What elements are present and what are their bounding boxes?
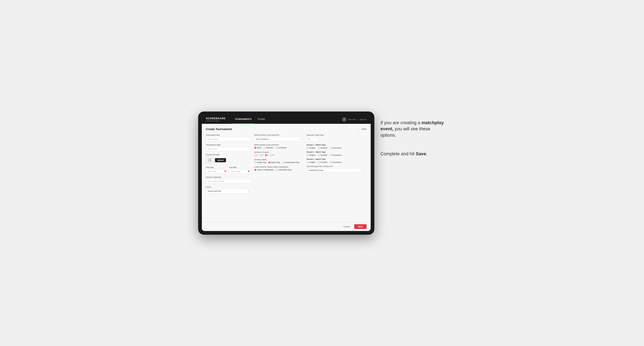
scoring-stroke-label: Stroke Play	[257, 162, 266, 164]
rounds-3-radio[interactable]	[265, 154, 267, 156]
form-col-right: Maximum Team Size Round 1 - Match Type S…	[307, 134, 366, 196]
gender-mens-radio[interactable]	[254, 147, 256, 149]
dates-group: Start date 📅 End date	[206, 166, 251, 174]
logo-preview: 🖼	[206, 157, 213, 164]
end-date-wrapper: 📅	[229, 169, 251, 174]
venue-select[interactable]: Search golf club	[206, 189, 251, 193]
event-type-individuals-radio[interactable]	[276, 169, 278, 171]
round3-fourball[interactable]: Fourball	[318, 161, 327, 163]
round3-singles[interactable]: Singles	[307, 161, 316, 163]
round1-foursomes-radio[interactable]	[330, 147, 332, 149]
tournament-host-input[interactable]	[206, 137, 251, 141]
round3-match-type-label: Round 3 - Match Type	[307, 158, 366, 160]
third-party-api-label: Use third-party live scoring API?	[307, 165, 366, 167]
event-type-teams[interactable]: Teams (+Individuals)	[254, 169, 274, 171]
gender-mens[interactable]: Mens	[254, 147, 262, 149]
gender-mens-label: Mens	[257, 147, 262, 149]
round3-singles-radio[interactable]	[307, 161, 309, 163]
gender-womens[interactable]: Womens	[264, 147, 273, 149]
round1-foursomes-label: Foursomes	[332, 147, 342, 149]
nav-user-text: Test User	[348, 119, 356, 121]
rounds-label: Number of rounds	[254, 151, 304, 153]
tab-teams[interactable]: TEAMS	[254, 115, 268, 124]
round3-fourball-radio[interactable]	[318, 161, 320, 163]
round1-singles[interactable]: Singles	[307, 147, 316, 149]
end-date-input[interactable]	[229, 169, 251, 174]
date-row: Start date 📅 End date	[206, 166, 251, 174]
rounds-3[interactable]: 3	[265, 154, 268, 156]
tournament-logo-group: Tournament logo 🖼 Upload	[206, 154, 251, 164]
round3-singles-label: Singles	[310, 161, 316, 163]
round2-foursomes[interactable]: Foursomes	[330, 154, 342, 156]
rounds-2-radio[interactable]	[260, 154, 262, 156]
scoring-radio-group: Stroke Play Match Play Medal Match Play	[254, 162, 304, 164]
scoring-match-label: Match Play	[271, 162, 280, 164]
round2-fourball-radio[interactable]	[318, 154, 320, 156]
user-avatar: T	[342, 117, 346, 122]
gender-label: Which gender is the event for?	[254, 144, 304, 146]
event-type-teams-radio[interactable]	[254, 169, 256, 171]
rounds-4[interactable]: 4	[270, 154, 274, 156]
api-select-wrapper: Leaderboard King ✕ ▾	[307, 168, 366, 172]
logo-upload-area: 🖼 Upload	[206, 157, 251, 164]
round1-foursomes[interactable]: Foursomes	[330, 147, 342, 149]
scoring-medal-radio[interactable]	[282, 162, 284, 164]
scoring-stroke[interactable]: Stroke Play	[254, 162, 266, 164]
image-icon: 🖼	[208, 159, 211, 162]
round3-foursomes[interactable]: Foursomes	[330, 161, 342, 163]
rounds-4-radio[interactable]	[270, 154, 272, 156]
page-wrapper: SCOREBOARD Powered by clippit TOURNAMENT…	[179, 112, 466, 235]
gender-womens-radio[interactable]	[264, 147, 266, 149]
gender-radio-group: Mens Womens Combined	[254, 147, 304, 149]
division-select[interactable]: NCAA Division I NCAA Division II NCAA Di…	[254, 137, 304, 141]
round1-match-type-group: Round 1 - Match Type Singles Fourball	[307, 144, 366, 149]
rounds-1-radio[interactable]	[254, 154, 256, 156]
round2-foursomes-label: Foursomes	[332, 154, 342, 156]
start-date-input[interactable]	[206, 169, 228, 174]
sponsor-group: Sponsor (optional)	[206, 176, 251, 183]
form-col-middle: Which division is the event for? NCAA Di…	[254, 134, 304, 196]
annotation-matchplay-text: If you are creating a matchplay event, y…	[380, 120, 446, 139]
event-type-group: Is this event for Teams and/or Individua…	[254, 166, 304, 171]
end-date-label: End date	[229, 166, 251, 169]
event-type-individuals[interactable]: Individuals Only	[276, 169, 292, 171]
round3-match-type-group: Round 3 - Match Type Singles Fourball	[307, 158, 366, 163]
tablet-screen: SCOREBOARD Powered by clippit TOURNAMENT…	[202, 115, 371, 231]
api-dropdown-icon[interactable]: ▾	[364, 169, 365, 171]
signout-link[interactable]: Sign out	[360, 119, 366, 121]
rounds-1[interactable]: 1	[254, 154, 258, 156]
scoring-stroke-radio[interactable]	[254, 162, 256, 164]
back-link[interactable]: ← Back	[359, 128, 366, 130]
tournament-logo-label: Tournament logo	[206, 154, 251, 156]
rounds-2[interactable]: 2	[260, 154, 263, 156]
upload-button[interactable]: Upload	[215, 158, 226, 162]
scoring-match[interactable]: Match Play	[268, 162, 280, 164]
main-content: Create Tournament ← Back Tournament Host	[202, 124, 371, 222]
gender-combined[interactable]: Combined	[276, 147, 286, 149]
round1-singles-radio[interactable]	[307, 147, 309, 149]
nav-right: T Test User | Sign out	[342, 117, 366, 122]
gender-combined-radio[interactable]	[276, 147, 278, 149]
navbar: SCOREBOARD Powered by clippit TOURNAMENT…	[202, 115, 371, 124]
tournament-name-input[interactable]	[206, 147, 251, 151]
scoring-match-radio[interactable]	[268, 162, 270, 164]
venue-label: Venue	[206, 186, 251, 188]
round2-fourball[interactable]: Fourball	[318, 154, 327, 156]
round3-foursomes-radio[interactable]	[330, 161, 332, 163]
round2-foursomes-radio[interactable]	[330, 154, 332, 156]
round1-singles-label: Singles	[310, 147, 316, 149]
round2-singles-radio[interactable]	[307, 154, 309, 156]
cancel-button[interactable]: Cancel	[340, 224, 353, 229]
tab-tournaments[interactable]: TOURNAMENTS	[232, 115, 254, 124]
round2-singles[interactable]: Singles	[307, 154, 316, 156]
scoring-medal[interactable]: Medal Match Play	[282, 162, 300, 164]
start-date-group: Start date 📅	[206, 166, 228, 174]
sponsor-input[interactable]	[206, 179, 251, 183]
api-remove-button[interactable]: ✕	[361, 169, 363, 171]
brand-subtitle: Powered by clippit	[206, 120, 226, 122]
save-button[interactable]: Save	[354, 224, 366, 229]
annotation-save-text: Complete and hit Save.	[380, 151, 446, 157]
round1-fourball[interactable]: Fourball	[318, 147, 327, 149]
round1-fourball-radio[interactable]	[318, 147, 320, 149]
max-team-size-input[interactable]	[307, 137, 319, 141]
